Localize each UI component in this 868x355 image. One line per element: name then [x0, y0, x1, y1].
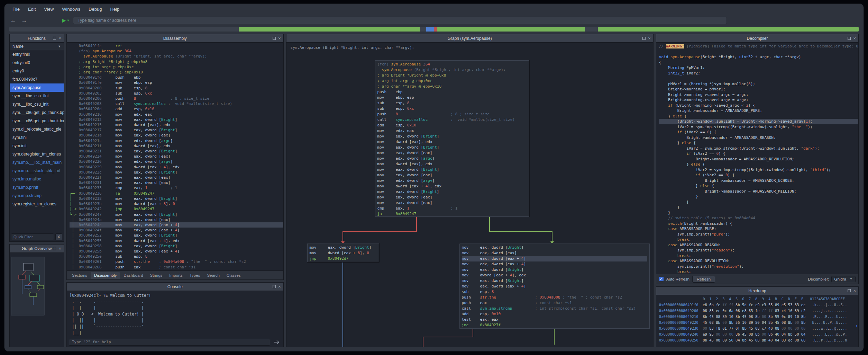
function-list-item[interactable]: sym.__x86.get_pc_thunk.bp — [10, 108, 64, 117]
code-line[interactable]: 0x08049233 cmp eax, 1 ; 1 — [70, 185, 283, 190]
code-line[interactable]: ; arg int argc @ ebp+0xc — [377, 78, 527, 84]
hexdump-row[interactable]: 0x00000000080491f0 e8 6b fe ff ff 8b 5d … — [659, 302, 858, 308]
function-list-item[interactable]: fcn.080490c7 — [10, 75, 64, 83]
graph-node-entry[interactable]: (fcn) sym.Aeropause 364 sym.Aeropause (B… — [375, 60, 529, 217]
code-line[interactable]: mov edx, dword [eax + 4] — [462, 261, 647, 267]
code-line[interactable]: break; — [659, 237, 858, 242]
close-icon[interactable]: × — [278, 284, 281, 289]
code-line[interactable]: add esp, 0x10 — [462, 311, 647, 317]
graph-node-false-branch[interactable]: mov eax, dword [Bright]mov dword [eax + … — [307, 243, 379, 262]
code-line[interactable]: } — [659, 210, 858, 216]
code-line[interactable]: mov eax, dword [eax] — [377, 172, 527, 178]
code-line[interactable]: int32_t iVar2; — [659, 71, 858, 76]
function-list-item[interactable]: entry0 — [10, 67, 64, 75]
menu-edit[interactable]: Edit — [24, 6, 39, 13]
code-line[interactable]: push eax ; const char *s1 — [462, 300, 647, 306]
code-line[interactable]: case AMBASSADOR_REASON: — [659, 242, 858, 248]
code-line[interactable]: mov eax, dword [Bright] — [377, 189, 527, 195]
undock-icon[interactable] — [273, 37, 276, 40]
function-list-item[interactable]: sym.imp.__stack_chk_fail — [10, 167, 64, 175]
hexdump-row[interactable]: 0x0000000008049230 00 83 f8 01 77 0f 8b … — [659, 326, 858, 331]
tab-dashboard[interactable]: Dashboard — [120, 272, 146, 279]
code-line[interactable]: │ 0x0804925e sub esp, 8 — [70, 254, 283, 259]
code-line[interactable]: mov edx, eax — [377, 128, 527, 134]
code-line[interactable]: call sym.imp.malloc ; void *malloc(size_… — [377, 117, 527, 123]
decompiler-output[interactable]: // WARNING: [r2ghidra] Failed to match t… — [656, 43, 858, 274]
hexdump-row[interactable]: 0x0000000008049220 45 08 8b 00 8b 55 10 … — [659, 320, 858, 326]
undock-icon[interactable] — [53, 247, 56, 250]
undock-icon[interactable] — [848, 37, 851, 40]
code-line[interactable]: 0x08049221 mov eax, dword [Bright] — [70, 149, 283, 154]
code-line[interactable]: 0x080491fc ret — [70, 43, 283, 48]
graph-canvas[interactable]: sym.Aeropause (Bright *Bright, int argc,… — [286, 43, 653, 347]
graph-node-true-branch[interactable]: mov eax, dword [Bright]mov eax, dword [e… — [459, 243, 650, 329]
decompiler-selector[interactable]: Ghidra ▼ — [831, 276, 856, 282]
tab-types[interactable]: Types — [186, 272, 203, 279]
code-line[interactable]: } — [659, 194, 858, 199]
code-line[interactable]: if (iVar2 == 0) { — [659, 172, 858, 178]
code-line[interactable]: break; — [659, 253, 858, 259]
menu-windows[interactable]: Windows — [58, 6, 84, 13]
code-line[interactable]: iVar2 = sym.imp.strcmp((Bright->window).… — [659, 146, 858, 151]
code-line[interactable]: 0x08049208 call sym.imp.malloc ; void *m… — [70, 101, 283, 106]
code-line[interactable]: push ebp — [377, 89, 527, 95]
code-line[interactable]: sym.imp.printf("pure"); — [659, 232, 858, 237]
code-line[interactable]: mov eax, dword [eax] — [377, 150, 527, 156]
code-line[interactable]: sym.imp.printf("reason"); — [659, 248, 858, 253]
function-list-item[interactable]: sym.__x86.get_pc_thunk.bx — [10, 117, 64, 125]
code-line[interactable]: sub esp, 8 — [462, 289, 647, 295]
undock-icon[interactable] — [273, 285, 276, 288]
function-list-item[interactable]: sym.register_tm_clones — [10, 200, 64, 208]
code-line[interactable]: ; arg int argc @ ebp+0xc — [70, 64, 283, 70]
close-icon[interactable]: × — [58, 246, 61, 251]
close-icon[interactable]: × — [58, 36, 61, 41]
send-command-icon[interactable] — [272, 339, 281, 346]
code-line[interactable]: 0x08049226 mov edx, dword [argv] — [70, 159, 283, 164]
close-icon[interactable]: × — [278, 36, 281, 41]
hexdump-row[interactable]: 0x0000000008049240 e9 95 00 00 00 8b 45 … — [659, 331, 858, 337]
code-line[interactable]: 0x08049217 mov eax, dword [Bright] — [70, 127, 283, 133]
code-line[interactable]: } — [659, 205, 858, 210]
code-line[interactable]: // switch table (5 cases) at 0x804a044 — [659, 215, 858, 221]
code-line[interactable]: if (iVar2 == 0) { — [659, 151, 858, 157]
code-line[interactable]: void sym.Aeropause(Bright *Bright, uint3… — [659, 54, 858, 60]
back-arrow-icon[interactable]: ← — [9, 17, 17, 24]
menu-help[interactable]: Help — [106, 6, 123, 13]
code-line[interactable]: call sym.imp.strcmp ; int strcmp(const c… — [462, 306, 647, 311]
code-line[interactable]: mov dword [eax], edx — [377, 161, 527, 167]
code-line[interactable]: (Bright->window).sunlight = Bright->morn… — [659, 119, 858, 124]
code-line[interactable]: break; — [659, 269, 858, 274]
tab-search[interactable]: Search — [204, 272, 222, 279]
function-list-item[interactable]: sym.dl_relocate_static_pie — [10, 125, 64, 133]
tab-classes[interactable]: Classes — [223, 272, 244, 279]
code-line[interactable] — [659, 49, 858, 55]
function-list-item[interactable]: sym.imp.strcmp — [10, 192, 64, 200]
code-line[interactable]: 0x08049212 mov eax, dword [Bright] — [70, 117, 283, 122]
function-list-item[interactable]: entry.fini0 — [10, 50, 64, 59]
hexdump-row[interactable]: 0x0000000008049200 08 83 ec 0c 6a 08 e8 … — [659, 308, 858, 314]
code-line[interactable]: │┌< 0x08049242 jmp 0x80492d7 — [70, 206, 283, 212]
function-list-item[interactable]: sym.init — [10, 142, 64, 150]
function-list-item[interactable]: sym.imp.malloc — [10, 175, 64, 183]
code-line[interactable]: iVar2 = sym.imp.strcmp((Bright->window).… — [659, 124, 858, 130]
auto-refresh-checkbox[interactable]: ✓ — [659, 277, 664, 281]
code-line[interactable]: { — [659, 60, 858, 65]
close-icon[interactable]: × — [853, 36, 856, 41]
clear-filter-button[interactable]: X — [55, 233, 62, 240]
code-line[interactable]: 0x0804922f mov eax, dword [eax] — [70, 175, 283, 180]
code-line[interactable]: } else { — [659, 162, 858, 167]
code-line[interactable]: push str.the ; 0x804a008 ; "the " ; cons… — [462, 295, 647, 300]
code-line[interactable]: │ 0x08049258 mov eax, dword [Bright] — [70, 243, 283, 249]
code-line[interactable]: │ 0x0804924a mov eax, dword [eax] — [70, 217, 283, 222]
code-line[interactable]: 0x0804920d add esp, 0x10 — [70, 106, 283, 112]
code-line[interactable]: ; arg Bright *Bright @ ebp+0x8 — [70, 59, 283, 64]
code-line[interactable]: │ 0x0804924c mov eax, dword [eax + 4] — [70, 222, 283, 228]
code-line[interactable]: add esp, 0x10 — [377, 123, 527, 128]
code-line[interactable]: Bright->morning = pMVar1; — [659, 87, 858, 92]
code-line[interactable]: mov eax, dword [eax + 4] — [462, 284, 647, 289]
disassembly-listing[interactable]: 0x080491fc ret (fcn) sym.Aeropause 364 s… — [67, 43, 283, 270]
code-line[interactable]: 0x08049206 push 8 ; 8 ; size_t size — [70, 96, 283, 101]
code-line[interactable]: Morning *pMVar1; — [659, 65, 858, 71]
code-line[interactable]: sym.imp.printf("revolution"); — [659, 264, 858, 269]
code-line[interactable]: 0x08049231 mov eax, dword [eax] — [70, 180, 283, 185]
